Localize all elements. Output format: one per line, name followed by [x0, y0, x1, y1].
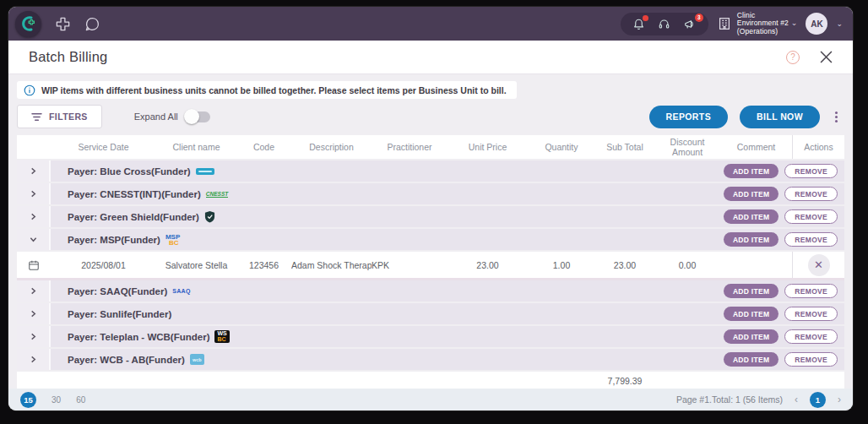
pagination-summary: Page #1.Total: 1 (56 Items)	[676, 394, 783, 405]
add-item-button[interactable]: ADD ITEM	[724, 307, 778, 321]
funder-logo-icon	[204, 210, 215, 223]
item-quantity: 1.00	[528, 260, 595, 270]
add-item-button[interactable]: ADD ITEM	[724, 329, 778, 344]
add-item-button[interactable]: ADD ITEM	[724, 284, 778, 298]
funder-logo-icon: CNESST	[206, 191, 228, 198]
payer-label: Payer: SAAQ(Funder)	[68, 286, 167, 296]
payer-label: Payer: Green Shield(Funder)	[68, 212, 199, 222]
prev-page-icon[interactable]: ‹	[795, 394, 798, 405]
page-size-30[interactable]: 30	[52, 395, 61, 405]
item-service-date: 2025/08/01	[51, 260, 156, 270]
funder-logo-icon: SAAQ	[172, 288, 190, 294]
info-banner-text: WIP items with different business units …	[41, 85, 507, 95]
chevron-right-icon[interactable]	[17, 160, 51, 182]
payer-group-row[interactable]: Payer: MSP(Funder)MSPBCADD ITEMREMOVE	[17, 229, 844, 250]
table-header-row: Service DateClient nameCodeDescriptionPr…	[17, 135, 844, 159]
chevron-right-icon[interactable]	[17, 206, 51, 227]
payer-group-row[interactable]: Payer: Green Shield(Funder)ADD ITEMREMOV…	[17, 206, 844, 227]
help-icon[interactable]: ?	[786, 51, 800, 64]
environment-line3: (Operations)	[737, 28, 798, 36]
payer-group-row[interactable]: Payer: Blue Cross(Funder)ADD ITEMREMOVE	[17, 160, 844, 182]
notification-badge	[643, 15, 648, 21]
item-unit-price: 23.00	[448, 260, 528, 270]
funder-logo-icon: wcb	[190, 354, 204, 365]
environment-selector[interactable]: Clinic Environment #2⌄ (Operations)	[717, 12, 798, 36]
payer-label: Payer: CNESST(INT)(Funder)	[68, 189, 201, 199]
chevron-down-icon[interactable]	[17, 229, 51, 250]
payer-label: Payer: MSP(Funder)	[68, 235, 160, 245]
content-area: WIP items with different business units …	[8, 74, 853, 389]
remove-button[interactable]: REMOVE	[784, 284, 838, 298]
item-sub-total: 23.00	[595, 260, 654, 270]
calendar-icon	[17, 259, 51, 271]
remove-button[interactable]: REMOVE	[784, 329, 838, 344]
announcements-badge: 3	[695, 14, 703, 22]
chevron-right-icon[interactable]	[17, 349, 51, 370]
expand-all-toggle[interactable]	[185, 111, 210, 122]
remove-button[interactable]: REMOVE	[784, 164, 838, 178]
column-header: Unit Price	[448, 142, 528, 152]
chevron-right-icon[interactable]	[17, 326, 51, 347]
billing-item-row[interactable]: 2025/08/01Salvatore Stella123456Adam Sho…	[17, 252, 844, 280]
item-description: Adam Shock Therapy a	[291, 260, 372, 270]
app-logo-icon[interactable]	[15, 11, 41, 37]
add-item-button[interactable]: ADD ITEM	[724, 187, 778, 201]
more-options-button[interactable]	[835, 111, 838, 122]
column-header: Description	[291, 142, 372, 152]
payer-group-row[interactable]: Payer: Sunlife(Funder)ADD ITEMREMOVE	[17, 303, 844, 324]
user-menu-chevron-icon[interactable]: ⌄	[836, 19, 843, 28]
support-headset-icon[interactable]	[658, 18, 670, 30]
remove-button[interactable]: REMOVE	[784, 187, 838, 201]
next-page-icon[interactable]: ›	[838, 394, 841, 405]
add-item-button[interactable]: ADD ITEM	[724, 164, 778, 178]
quick-add-icon[interactable]	[55, 16, 71, 32]
table-total-row: 7,799.39	[17, 372, 844, 389]
remove-button[interactable]: REMOVE	[784, 209, 838, 224]
add-item-button[interactable]: ADD ITEM	[724, 232, 778, 247]
item-discount-amount: 0.00	[654, 260, 720, 270]
item-code: 123456	[236, 260, 291, 270]
payer-group-row[interactable]: Payer: SAAQ(Funder)SAAQADD ITEMREMOVE	[17, 280, 844, 302]
column-header: Service Date	[51, 142, 156, 152]
messages-icon[interactable]	[84, 16, 100, 32]
page-size-15[interactable]: 15	[20, 392, 36, 408]
column-header: Code	[236, 142, 291, 152]
bell-icon[interactable]	[632, 18, 645, 30]
reports-button[interactable]: REPORTS	[649, 106, 729, 128]
remove-button[interactable]: REMOVE	[784, 352, 838, 367]
current-page-button[interactable]: 1	[810, 392, 826, 408]
page-title: Batch Billing	[29, 49, 107, 65]
funder-logo-icon: WSBC	[214, 330, 229, 343]
toolbar: FILTERS Expand All REPORTS BILL NOW	[17, 105, 844, 128]
payer-group-row[interactable]: Payer: CNESST(INT)(Funder)CNESSTADD ITEM…	[17, 183, 844, 204]
chevron-right-icon[interactable]	[17, 303, 51, 324]
remove-item-button[interactable]: ✕	[808, 254, 830, 276]
column-header: Comment	[720, 142, 792, 152]
filter-icon	[31, 112, 42, 122]
remove-button[interactable]: REMOVE	[784, 307, 838, 321]
user-avatar[interactable]: AK	[806, 13, 827, 35]
close-icon[interactable]	[820, 51, 833, 63]
payer-label: Payer: Sunlife(Funder)	[68, 309, 171, 319]
page-size-60[interactable]: 60	[76, 395, 85, 405]
expand-all-label: Expand All	[134, 111, 178, 122]
add-item-button[interactable]: ADD ITEM	[724, 352, 778, 367]
add-item-button[interactable]: ADD ITEM	[724, 209, 778, 224]
chevron-down-icon: ⌄	[791, 19, 798, 28]
billing-table: Service DateClient nameCodeDescriptionPr…	[17, 135, 844, 389]
funder-logo-icon	[196, 168, 214, 175]
payer-group-row[interactable]: Payer: WCB - AB(Funder)wcbADD ITEMREMOVE	[17, 349, 844, 370]
remove-button[interactable]: REMOVE	[784, 232, 838, 247]
column-header: Actions	[792, 135, 844, 159]
pagination-bar: 153060 Page #1.Total: 1 (56 Items) ‹ 1 ›	[8, 389, 853, 410]
column-header: Sub Total	[595, 142, 654, 152]
page-header: Batch Billing ?	[8, 41, 853, 74]
payer-group-row[interactable]: Payer: Teleplan - WCB(Funder)WSBCADD ITE…	[17, 326, 844, 347]
chevron-right-icon[interactable]	[17, 183, 51, 204]
notification-tray: 3	[621, 13, 708, 35]
announcements-icon[interactable]: 3	[683, 18, 697, 30]
bill-now-button[interactable]: BILL NOW	[740, 106, 820, 128]
chevron-right-icon[interactable]	[17, 280, 51, 302]
filters-button[interactable]: FILTERS	[17, 105, 102, 128]
info-banner: WIP items with different business units …	[17, 81, 517, 99]
